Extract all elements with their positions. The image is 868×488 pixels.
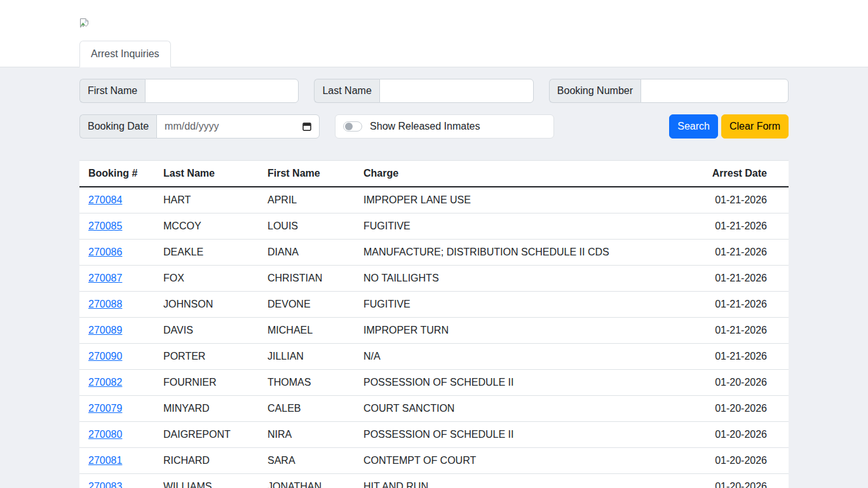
cell-last: WILLIAMS — [154, 474, 259, 488]
cell-booking: 270090 — [79, 344, 154, 370]
cell-last: MINYARD — [154, 396, 259, 422]
booking-number-link[interactable]: 270089 — [88, 325, 122, 336]
inmate-results-table: Booking # Last Name First Name Charge Ar… — [79, 160, 789, 488]
header: Arrest Inquiries — [0, 0, 868, 67]
cell-date: 01-21-2026 — [681, 240, 789, 266]
cell-booking: 270086 — [79, 240, 154, 266]
inmate-row: 270090PORTERJILLIANN/A01-21-2026 — [79, 344, 789, 370]
cell-date: 01-21-2026 — [681, 344, 789, 370]
cell-charge: IMPROPER TURN — [355, 318, 681, 344]
cell-first: SARA — [259, 448, 355, 474]
column-header-charge: Charge — [355, 161, 681, 187]
inmate-row: 270080DAIGREPONTNIRAPOSSESSION OF SCHEDU… — [79, 422, 789, 448]
table-body: 270084HARTAPRILIMPROPER LANE USE01-21-20… — [79, 187, 789, 488]
cell-booking: 270083 — [79, 474, 154, 488]
cell-date: 01-20-2026 — [681, 396, 789, 422]
search-form-row-1: First Name Last Name Booking Number — [79, 79, 789, 103]
form-buttons: Search Clear Form — [569, 114, 789, 139]
cell-charge: FUGITIVE — [355, 214, 681, 240]
cell-last: HART — [154, 187, 259, 214]
cell-date: 01-20-2026 — [681, 370, 789, 396]
booking-number-link[interactable]: 270081 — [88, 455, 122, 466]
booking-number-link[interactable]: 270090 — [88, 351, 122, 362]
search-button[interactable]: Search — [669, 114, 718, 139]
broken-image-icon — [79, 18, 89, 28]
cell-first: THOMAS — [259, 370, 355, 396]
booking-number-link[interactable]: 270079 — [88, 403, 122, 414]
cell-charge: CONTEMPT OF COURT — [355, 448, 681, 474]
cell-date: 01-20-2026 — [681, 448, 789, 474]
inmate-row: 270087FOXCHRISTIANNO TAILLIGHTS01-21-202… — [79, 266, 789, 292]
inmate-row: 270085MCCOYLOUISFUGITIVE01-21-2026 — [79, 214, 789, 240]
results-table-card: Booking # Last Name First Name Charge Ar… — [79, 160, 789, 488]
show-released-label: Show Released Inmates — [370, 121, 480, 132]
last-name-label: Last Name — [314, 79, 379, 103]
cell-charge: MANUFACTURE; DISTRIBUTION SCHEDULE II CD… — [355, 240, 681, 266]
cell-last: MCCOY — [154, 214, 259, 240]
cell-booking: 270085 — [79, 214, 154, 240]
main-content: First Name Last Name Booking Number Book… — [79, 67, 789, 488]
cell-date: 01-20-2026 — [681, 422, 789, 448]
booking-number-link[interactable]: 270082 — [88, 377, 122, 388]
cell-last: RICHARD — [154, 448, 259, 474]
booking-date-group: Booking Date — [79, 114, 320, 139]
inmate-row: 270082FOURNIERTHOMASPOSSESSION OF SCHEDU… — [79, 370, 789, 396]
cell-booking: 270082 — [79, 370, 154, 396]
first-name-group: First Name — [79, 79, 299, 103]
cell-charge: COURT SANCTION — [355, 396, 681, 422]
booking-number-group: Booking Number — [549, 79, 789, 103]
booking-number-link[interactable]: 270083 — [88, 481, 122, 488]
cell-first: JONATHAN — [259, 474, 355, 488]
cell-charge: NO TAILLIGHTS — [355, 266, 681, 292]
column-header-arrest-date: Arrest Date — [681, 161, 789, 187]
cell-last: FOURNIER — [154, 370, 259, 396]
booking-number-link[interactable]: 270080 — [88, 429, 122, 440]
booking-number-input[interactable] — [641, 79, 789, 103]
cell-date: 01-21-2026 — [681, 292, 789, 318]
toggle-knob-icon — [345, 123, 353, 130]
cell-first: CALEB — [259, 396, 355, 422]
cell-charge: HIT AND RUN — [355, 474, 681, 488]
cell-charge: IMPROPER LANE USE — [355, 187, 681, 214]
booking-number-link[interactable]: 270084 — [88, 194, 122, 205]
last-name-input[interactable] — [379, 79, 534, 103]
show-released-toggle[interactable] — [343, 121, 362, 132]
cell-first: JILLIAN — [259, 344, 355, 370]
cell-charge: POSSESSION OF SCHEDULE II — [355, 422, 681, 448]
cell-last: DAVIS — [154, 318, 259, 344]
booking-number-link[interactable]: 270086 — [88, 247, 122, 257]
tab-bar: Arrest Inquiries — [0, 41, 868, 67]
cell-booking: 270080 — [79, 422, 154, 448]
first-name-input[interactable] — [145, 79, 299, 103]
booking-number-link[interactable]: 270088 — [88, 299, 122, 309]
inmate-row: 270084HARTAPRILIMPROPER LANE USE01-21-20… — [79, 187, 789, 214]
column-header-last-name: Last Name — [154, 161, 259, 187]
inmate-row: 270086DEAKLEDIANAMANUFACTURE; DISTRIBUTI… — [79, 240, 789, 266]
inmate-row: 270079MINYARDCALEBCOURT SANCTION01-20-20… — [79, 396, 789, 422]
cell-charge: FUGITIVE — [355, 292, 681, 318]
arrest-inquiries-page: { "header": { "tab_label": "Arrest Inqui… — [0, 0, 868, 488]
tab-arrest-inquiries[interactable]: Arrest Inquiries — [79, 41, 171, 67]
booking-date-input[interactable] — [156, 114, 320, 139]
booking-number-link[interactable]: 270085 — [88, 220, 122, 231]
search-form-row-2: Booking Date Show Released Inmates Searc… — [79, 114, 789, 139]
cell-first: MICHAEL — [259, 318, 355, 344]
inmate-row: 270083WILLIAMSJONATHANHIT AND RUN01-20-2… — [79, 474, 789, 488]
cell-date: 01-21-2026 — [681, 187, 789, 214]
inmate-row: 270089DAVISMICHAELIMPROPER TURN01-21-202… — [79, 318, 789, 344]
clear-form-button[interactable]: Clear Form — [721, 114, 789, 139]
cell-booking: 270084 — [79, 187, 154, 214]
cell-booking: 270088 — [79, 292, 154, 318]
cell-last: FOX — [154, 266, 259, 292]
cell-first: APRIL — [259, 187, 355, 214]
booking-number-link[interactable]: 270087 — [88, 273, 122, 283]
cell-last: JOHNSON — [154, 292, 259, 318]
cell-booking: 270089 — [79, 318, 154, 344]
cell-last: DAIGREPONT — [154, 422, 259, 448]
cell-date: 01-20-2026 — [681, 474, 789, 488]
column-header-first-name: First Name — [259, 161, 355, 187]
inmate-row: 270088JOHNSONDEVONEFUGITIVE01-21-2026 — [79, 292, 789, 318]
last-name-group: Last Name — [314, 79, 533, 103]
calendar-icon[interactable] — [302, 121, 312, 132]
cell-booking: 270081 — [79, 448, 154, 474]
